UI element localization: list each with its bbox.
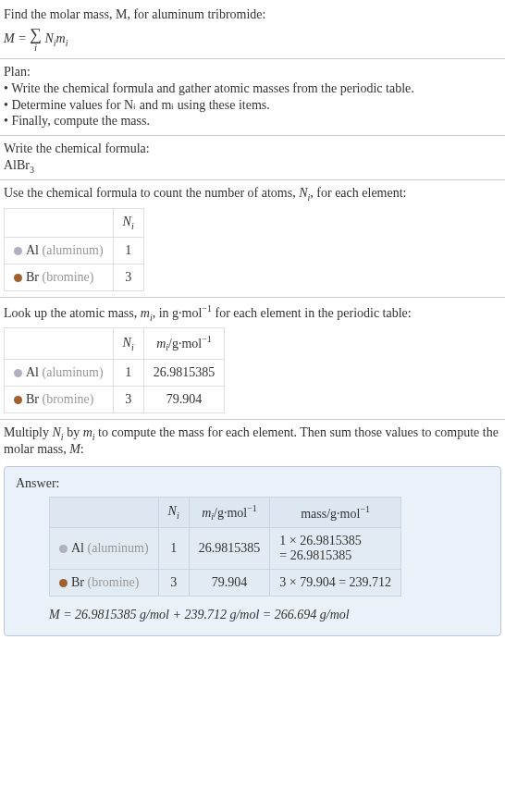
element-symbol: Al (26, 365, 39, 379)
lookup-sup: −1 (202, 303, 212, 314)
chemical-formula-section: Write the chemical formula: AlBr3 (0, 136, 505, 181)
lookup-var: m (141, 306, 150, 320)
element-symbol: Al (71, 541, 84, 555)
empty-header (50, 497, 159, 527)
sum-column: ∑ i (30, 26, 42, 53)
m-header: mi/g·mol−1 (143, 328, 225, 359)
n-header: Ni (113, 328, 143, 359)
table-row: Br (bromine) 3 (5, 264, 144, 290)
n-header: Ni (113, 209, 143, 238)
element-dot-icon (14, 369, 22, 377)
formula-lhs: M = (4, 31, 30, 44)
element-symbol: Br (71, 575, 84, 589)
empty-header (5, 209, 114, 238)
element-cell: Br (bromine) (50, 570, 159, 597)
m-value: 79.904 (189, 570, 270, 597)
table-header-row: Ni (5, 209, 144, 238)
table-header-row: Ni mi/g·mol−1 mass/g·mol−1 (50, 497, 401, 527)
element-name: (bromine) (43, 270, 94, 284)
lookup-pre: Look up the atomic mass, (4, 306, 141, 320)
count-pre: Use the chemical formula to count the nu… (4, 186, 299, 200)
n-value: 3 (158, 570, 189, 597)
element-symbol: Al (26, 243, 39, 257)
plan-item: • Finally, compute the mass. (4, 114, 501, 129)
count-table: Ni Al (aluminum) 1 Br (bromine) 3 (4, 208, 144, 291)
table-row: Al (aluminum) 1 26.9815385 (5, 359, 225, 386)
mass-header: mass/g·mol−1 (270, 497, 401, 527)
element-symbol: Br (26, 392, 39, 406)
sigma-symbol: ∑ (30, 26, 42, 43)
element-cell: Al (aluminum) (5, 359, 114, 386)
table-row: Al (aluminum) 1 (5, 237, 144, 264)
n-header: Ni (158, 497, 189, 527)
element-name: (aluminum) (88, 541, 149, 555)
plan-item: • Determine values for Nᵢ and mᵢ using t… (4, 97, 501, 113)
element-cell: Br (bromine) (5, 264, 114, 290)
empty-header (5, 328, 114, 359)
plan-item: • Write the chemical formula and gather … (4, 81, 501, 96)
formula-m-sub: i (66, 37, 68, 47)
chem-sub: 3 (30, 164, 34, 174)
element-cell: Al (aluminum) (50, 528, 159, 570)
element-dot-icon (14, 396, 22, 404)
answer-box: Answer: Ni mi/g·mol−1 mass/g·mol−1 Al (a… (4, 466, 501, 636)
lookup-post: for each element in the periodic table: (212, 306, 412, 320)
count-heading: Use the chemical formula to count the nu… (4, 186, 501, 203)
mass-value: 3 × 79.904 = 239.712 (270, 570, 401, 597)
n-value: 1 (113, 237, 143, 264)
formula-n: N (44, 31, 53, 44)
plan-section: Plan: • Write the chemical formula and g… (0, 59, 505, 136)
plan-list: • Write the chemical formula and gather … (4, 81, 501, 129)
table-row: Al (aluminum) 1 26.9815385 1 × 26.981538… (50, 528, 401, 570)
m-value: 79.904 (143, 386, 225, 412)
element-name: (aluminum) (43, 243, 104, 257)
n-value: 1 (158, 528, 189, 570)
sum-notation: ∑ i (30, 26, 42, 53)
sum-index: i (34, 43, 37, 53)
answer-table: Ni mi/g·mol−1 mass/g·mol−1 Al (aluminum)… (49, 497, 401, 597)
m-header: mi/g·mol−1 (189, 497, 270, 527)
molar-mass-formula: M = ∑ i Nimi (4, 26, 501, 53)
final-result: M = 26.9815385 g/mol + 239.712 g/mol = 2… (49, 608, 489, 622)
table-header-row: Ni mi/g·mol−1 (5, 328, 225, 359)
formula-m: m (56, 31, 66, 44)
element-cell: Al (aluminum) (5, 237, 114, 264)
table-row: Br (bromine) 3 79.904 (5, 386, 225, 412)
multiply-text: Multiply Ni by mi to compute the mass fo… (4, 425, 501, 457)
intro-text: Find the molar mass, M, for aluminum tri… (4, 7, 265, 21)
n-value: 1 (113, 359, 143, 386)
element-dot-icon (59, 579, 68, 587)
answer-content: Ni mi/g·mol−1 mass/g·mol−1 Al (aluminum)… (16, 497, 489, 622)
element-symbol: Br (26, 270, 39, 284)
count-section: Use the chemical formula to count the nu… (0, 180, 505, 298)
lookup-table: Ni mi/g·mol−1 Al (aluminum) 1 26.9815385… (4, 327, 225, 412)
element-name: (bromine) (88, 575, 140, 589)
answer-label: Answer: (16, 476, 489, 491)
element-dot-icon (14, 247, 22, 255)
element-cell: Br (bromine) (5, 386, 114, 412)
mass-value: 1 × 26.9815385= 26.9815385 (270, 528, 401, 570)
intro-line: Find the molar mass, M, for aluminum tri… (4, 6, 501, 24)
element-dot-icon (59, 545, 68, 553)
intro-section: Find the molar mass, M, for aluminum tri… (0, 0, 505, 59)
multiply-section: Multiply Ni by mi to compute the mass fo… (0, 420, 505, 462)
lookup-section: Look up the atomic mass, mi, in g·mol−1 … (0, 298, 505, 420)
element-name: (aluminum) (43, 365, 104, 379)
table-row: Br (bromine) 3 79.904 3 × 79.904 = 239.7… (50, 570, 401, 597)
m-value: 26.9815385 (189, 528, 270, 570)
chem-heading: Write the chemical formula: (4, 141, 501, 156)
chem-base: AlBr (4, 158, 30, 172)
element-dot-icon (14, 274, 22, 282)
count-post: , for each element: (310, 186, 406, 200)
chemical-formula: AlBr3 (4, 158, 501, 175)
n-value: 3 (113, 386, 143, 412)
lookup-mid: , in g·mol (153, 306, 203, 320)
m-value: 26.9815385 (143, 359, 225, 386)
plan-heading: Plan: (4, 65, 501, 80)
n-value: 3 (113, 264, 143, 290)
element-name: (bromine) (43, 392, 94, 406)
count-var: N (299, 186, 307, 200)
lookup-heading: Look up the atomic mass, mi, in g·mol−1 … (4, 303, 501, 322)
